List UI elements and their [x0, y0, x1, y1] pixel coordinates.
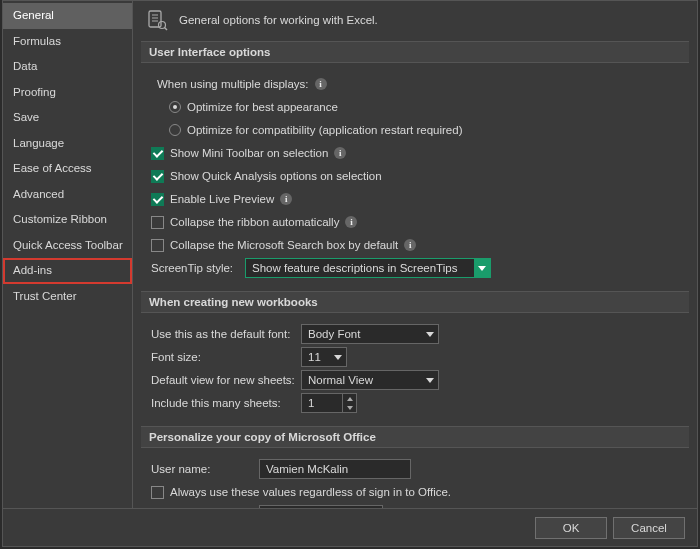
font-size-combo[interactable]: 11: [301, 347, 347, 367]
default-view-label: Default view for new sheets:: [151, 374, 301, 386]
sidebar-label: Formulas: [13, 35, 61, 47]
sidebar-item-language[interactable]: Language: [3, 131, 132, 157]
ok-button[interactable]: OK: [535, 517, 607, 539]
sidebar-label: Proofing: [13, 86, 56, 98]
check-quick-analysis-label: Show Quick Analysis options on selection: [170, 170, 382, 182]
info-icon[interactable]: i: [345, 216, 357, 228]
sidebar-item-ease-of-access[interactable]: Ease of Access: [3, 156, 132, 182]
default-font-combo[interactable]: Body Font: [301, 324, 439, 344]
check-quick-analysis[interactable]: [151, 170, 164, 183]
default-view-value: Normal View: [308, 374, 373, 386]
sheets-value: 1: [308, 397, 314, 409]
info-icon[interactable]: i: [315, 78, 327, 90]
chevron-down-icon: [426, 378, 434, 383]
sidebar-label: Save: [13, 111, 39, 123]
sidebar-item-customize-ribbon[interactable]: Customize Ribbon: [3, 207, 132, 233]
check-collapse-ribbon[interactable]: [151, 216, 164, 229]
general-options-icon: [147, 9, 169, 31]
user-name-input[interactable]: Vamien McKalin: [259, 459, 411, 479]
user-name-value: Vamien McKalin: [266, 463, 348, 475]
sidebar-label: Quick Access Toolbar: [13, 239, 123, 251]
sidebar-item-trust-center[interactable]: Trust Center: [3, 284, 132, 310]
chevron-down-icon: [474, 258, 490, 278]
check-mini-toolbar-label: Show Mini Toolbar on selection: [170, 147, 328, 159]
check-live-preview[interactable]: [151, 193, 164, 206]
user-name-label: User name:: [151, 463, 259, 475]
sidebar-item-proofing[interactable]: Proofing: [3, 80, 132, 106]
sidebar-label: Data: [13, 60, 37, 72]
screentip-combo[interactable]: Show feature descriptions in ScreenTips: [245, 258, 491, 278]
info-icon[interactable]: i: [404, 239, 416, 251]
sidebar-item-save[interactable]: Save: [3, 105, 132, 131]
check-collapse-ribbon-label: Collapse the ribbon automatically: [170, 216, 339, 228]
sidebar-label: Customize Ribbon: [13, 213, 107, 225]
sheets-label: Include this many sheets:: [151, 397, 301, 409]
page-header: General options for working with Excel.: [141, 9, 689, 31]
section-ui-title: User Interface options: [141, 41, 689, 63]
dialog-footer: OK Cancel: [3, 508, 697, 546]
page-title: General options for working with Excel.: [179, 14, 378, 26]
sidebar-item-general[interactable]: General: [3, 3, 132, 29]
sidebar-item-formulas[interactable]: Formulas: [3, 29, 132, 55]
svg-point-4: [159, 22, 166, 29]
radio-optimize-best-label: Optimize for best appearance: [187, 101, 338, 113]
sidebar-item-quick-access-toolbar[interactable]: Quick Access Toolbar: [3, 233, 132, 259]
radio-optimize-best[interactable]: [169, 101, 181, 113]
cancel-button[interactable]: Cancel: [613, 517, 685, 539]
sidebar-label: Advanced: [13, 188, 64, 200]
office-bg-combo[interactable]: Circuit: [259, 505, 383, 508]
sheets-spinner[interactable]: 1: [301, 393, 357, 413]
default-font-value: Body Font: [308, 328, 360, 340]
default-view-combo[interactable]: Normal View: [301, 370, 439, 390]
section-newwb-title: When creating new workbooks: [141, 291, 689, 313]
default-font-label: Use this as the default font:: [151, 328, 301, 340]
section-newwb-body: Use this as the default font: Body Font …: [141, 319, 689, 418]
sidebar: General Formulas Data Proofing Save Lang…: [3, 1, 133, 508]
check-always-use-label: Always use these values regardless of si…: [170, 486, 451, 498]
check-collapse-search-label: Collapse the Microsoft Search box by def…: [170, 239, 398, 251]
content-panel: General options for working with Excel. …: [133, 1, 697, 508]
info-icon[interactable]: i: [280, 193, 292, 205]
multi-displays-label: When using multiple displays:: [157, 78, 309, 90]
check-mini-toolbar[interactable]: [151, 147, 164, 160]
check-live-preview-label: Enable Live Preview: [170, 193, 274, 205]
main-area: General Formulas Data Proofing Save Lang…: [3, 1, 697, 508]
radio-optimize-compat[interactable]: [169, 124, 181, 136]
screentip-label: ScreenTip style:: [151, 262, 245, 274]
radio-optimize-compat-label: Optimize for compatibility (application …: [187, 124, 462, 136]
svg-rect-0: [149, 11, 161, 27]
sidebar-label: Add-ins: [13, 264, 52, 276]
font-size-value: 11: [308, 351, 321, 363]
sidebar-label: Language: [13, 137, 64, 149]
sidebar-label: General: [13, 9, 54, 21]
info-icon[interactable]: i: [334, 147, 346, 159]
check-always-use[interactable]: [151, 486, 164, 499]
check-collapse-search[interactable]: [151, 239, 164, 252]
chevron-down-icon: [334, 355, 342, 360]
sidebar-item-advanced[interactable]: Advanced: [3, 182, 132, 208]
screentip-value: Show feature descriptions in ScreenTips: [252, 262, 457, 274]
sidebar-item-data[interactable]: Data: [3, 54, 132, 80]
section-personalize-title: Personalize your copy of Microsoft Offic…: [141, 426, 689, 448]
section-ui-body: When using multiple displays: i Optimize…: [141, 69, 689, 283]
options-dialog: General Formulas Data Proofing Save Lang…: [2, 0, 698, 547]
font-size-label: Font size:: [151, 351, 301, 363]
sidebar-label: Ease of Access: [13, 162, 92, 174]
section-personalize-body: User name: Vamien McKalin Always use the…: [141, 454, 689, 508]
spin-buttons[interactable]: [342, 394, 356, 412]
chevron-down-icon: [426, 332, 434, 337]
sidebar-label: Trust Center: [13, 290, 76, 302]
svg-line-5: [165, 28, 168, 31]
sidebar-item-add-ins[interactable]: Add-ins: [3, 258, 132, 284]
